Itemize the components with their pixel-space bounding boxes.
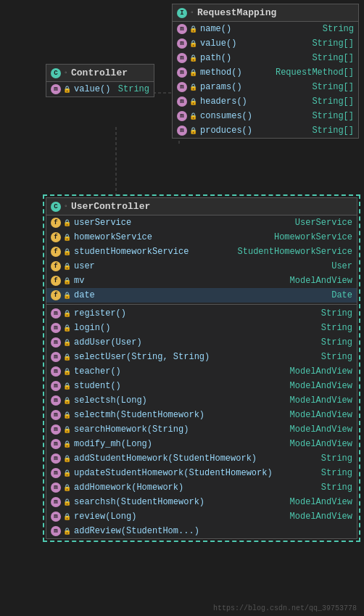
method-row: m 🔒 addUser(User) String xyxy=(46,335,357,350)
method-icon: m xyxy=(51,512,61,522)
method-name: student() xyxy=(74,381,121,391)
method-icon: m xyxy=(51,439,61,449)
method-name: params() xyxy=(200,82,242,92)
method-icon: m xyxy=(51,323,61,333)
method-row: m 🔒 addReview(StudentHom...) xyxy=(46,524,357,538)
method-row: m 🔒 selectsh(Long) ModelAndView xyxy=(46,393,357,408)
method-type: String[] xyxy=(312,96,354,107)
class-title: RequestMapping xyxy=(197,7,276,18)
method-icon: m xyxy=(51,352,61,362)
field-row: f 🔒 user User xyxy=(46,259,357,274)
user-controller-header: C ◦ UserController xyxy=(46,198,357,215)
method-row: m 🔒 addHomework(Homework) String xyxy=(46,480,357,495)
method-name: name() xyxy=(200,24,231,34)
method-icon: m xyxy=(177,24,187,34)
method-name: review(Long) xyxy=(74,512,136,522)
method-type: String xyxy=(321,323,352,333)
controller-header: C ◦ Controller xyxy=(46,65,154,82)
field-name: userService xyxy=(74,218,131,228)
method-row: m 🔒 produces() String[] xyxy=(173,123,358,138)
method-icon: m xyxy=(51,424,61,435)
method-row: m 🔒 updateStudentHomework(StudentHomewor… xyxy=(46,466,357,480)
field-row: f 🔒 homeworkService HomeworkService xyxy=(46,230,357,245)
method-row: m 🔒 method() RequestMethod[] xyxy=(173,65,358,80)
controller-box: C ◦ Controller m 🔒 value() String xyxy=(46,64,154,97)
method-row: m 🔒 consumes() String[] xyxy=(173,109,358,123)
stereotype-icon: ◦ xyxy=(190,9,194,17)
method-type: ModelAndView xyxy=(290,395,352,406)
field-icon: f xyxy=(51,261,61,271)
method-type: ModelAndView xyxy=(290,410,352,420)
method-type: ModelAndView xyxy=(290,512,352,522)
field-name: mv xyxy=(74,276,84,286)
method-row: m 🔒 register() String xyxy=(46,306,357,321)
stereotype-icon: ◦ xyxy=(64,69,68,77)
class-icon: I xyxy=(177,8,187,18)
method-row: m 🔒 student() ModelAndView xyxy=(46,379,357,393)
field-row: f 🔒 mv ModelAndView xyxy=(46,274,357,288)
class-title: Controller xyxy=(71,67,128,78)
method-icon: m xyxy=(51,381,61,391)
method-type: String[] xyxy=(312,111,354,121)
method-icon: m xyxy=(51,410,61,420)
method-type: ModelAndView xyxy=(290,439,352,449)
method-name: searchHomework(String) xyxy=(74,424,189,435)
class-title: UserController xyxy=(71,201,150,212)
method-name: addReview(StudentHom...) xyxy=(74,526,199,536)
field-icon: f xyxy=(51,218,61,228)
field-row: f 🔒 studentHomeworkService StudentHomewo… xyxy=(46,245,357,259)
method-name: addHomework(Homework) xyxy=(74,482,183,493)
method-icon: m xyxy=(51,308,61,319)
method-name: addStudentHomework(StudentHomework) xyxy=(74,453,257,464)
method-icon: m xyxy=(51,453,61,464)
method-icon: m xyxy=(177,53,187,63)
field-icon: f xyxy=(51,247,61,257)
method-name: selectmh(StudentHomework) xyxy=(74,410,204,420)
method-name: login() xyxy=(74,323,110,333)
method-name: value() xyxy=(74,84,110,94)
method-type: String xyxy=(321,468,352,478)
method-row: m 🔒 addStudentHomework(StudentHomework) … xyxy=(46,451,357,466)
method-icon: m xyxy=(177,67,187,78)
diagram-canvas: I ◦ RequestMapping m 🔒 name() String m 🔒… xyxy=(0,0,364,616)
method-type: String xyxy=(321,453,352,464)
method-row: m 🔒 name() String xyxy=(173,22,358,36)
method-row: m 🔒 searchHomework(String) ModelAndView xyxy=(46,422,357,437)
method-type: String[] xyxy=(312,38,354,49)
method-row: m 🔒 value() String[] xyxy=(173,36,358,51)
watermark: https://blog.csdn.net/qq_39753778 xyxy=(213,604,357,612)
method-row: m 🔒 value() String xyxy=(46,82,154,96)
method-icon: m xyxy=(51,366,61,377)
method-icon: m xyxy=(51,337,61,348)
field-type: Date xyxy=(331,290,352,300)
method-row: m 🔒 teacher() ModelAndView xyxy=(46,364,357,379)
method-row: m 🔒 review(Long) ModelAndView xyxy=(46,509,357,524)
method-type: ModelAndView xyxy=(290,497,352,507)
method-type: ModelAndView xyxy=(290,424,352,435)
method-name: register() xyxy=(74,308,126,319)
method-name: consumes() xyxy=(200,111,252,121)
field-row: f 🔒 userService UserService xyxy=(46,215,357,230)
method-icon: m xyxy=(51,526,61,536)
method-name: produces() xyxy=(200,126,252,136)
stereotype-icon: ◦ xyxy=(64,202,68,210)
method-type: String xyxy=(321,482,352,493)
field-type: StudentHomeworkService xyxy=(238,247,352,257)
method-name: selectsh(Long) xyxy=(74,395,147,406)
field-icon: f xyxy=(51,290,61,300)
field-row: f 🔒 date Date xyxy=(46,288,357,303)
method-type: String xyxy=(321,308,352,319)
user-controller-box: C ◦ UserController f 🔒 userService UserS… xyxy=(46,197,357,539)
method-name: modify_mh(Long) xyxy=(74,439,152,449)
method-row: m 🔒 headers() String[] xyxy=(173,94,358,109)
method-name: addUser(User) xyxy=(74,337,142,348)
method-name: path() xyxy=(200,53,231,63)
method-name: value() xyxy=(200,38,236,49)
method-icon: m xyxy=(177,82,187,92)
method-row: m 🔒 selectmh(StudentHomework) ModelAndVi… xyxy=(46,408,357,422)
method-type: String[] xyxy=(312,126,354,136)
method-icon: m xyxy=(51,84,61,94)
field-name: user xyxy=(74,261,95,271)
method-type: String xyxy=(321,352,352,362)
method-icon: m xyxy=(177,126,187,136)
